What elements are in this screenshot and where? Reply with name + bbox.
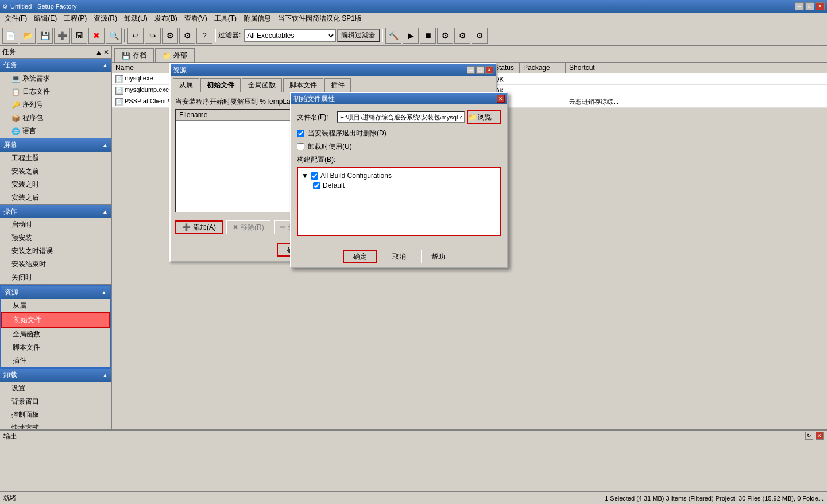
action-header[interactable]: 操作 ▲ (0, 205, 111, 218)
sidebar-item-shortcuts[interactable]: 快捷方式 (0, 421, 111, 429)
sidebar-item-init-files[interactable]: 初始文件 (1, 312, 110, 328)
props-ok-btn[interactable]: 确定 (343, 250, 377, 263)
redo-btn[interactable]: ↪ (145, 28, 161, 44)
tab-init-files[interactable]: 初始文件 (200, 78, 241, 92)
edit-filter-btn[interactable]: 编辑过滤器 (337, 29, 380, 42)
sidebar-item-language[interactable]: 🌐 语言 (0, 125, 111, 138)
settings4-btn[interactable]: ⚙ (472, 28, 488, 44)
settings-btn[interactable]: ⚙ (162, 28, 178, 44)
tab-archive[interactable]: 💾 存档 (114, 48, 154, 62)
tree-child-checkbox[interactable] (313, 182, 320, 189)
output-close-btn[interactable]: ✕ (816, 432, 824, 440)
resource-min-btn[interactable]: ─ (467, 66, 475, 74)
save-btn[interactable]: 💾 (37, 28, 53, 44)
screen-header[interactable]: 屏幕 ▲ (0, 138, 111, 152)
sidebar-item-preinstall[interactable]: 预安装 (0, 231, 111, 245)
delete-btn[interactable]: ✖ (88, 28, 105, 44)
menu-bar: 文件(F) 编辑(E) 工程(P) 资源(R) 卸载(U) 发布(B) 查看(V… (0, 13, 827, 25)
sidebar-item-uninstall-settings[interactable]: 设置 (0, 382, 111, 395)
control-panel-label: 控制面板 (11, 410, 39, 420)
sidebar-item-serial[interactable]: 🔑 序列号 (0, 98, 111, 111)
build-btn[interactable]: 🔨 (385, 28, 401, 44)
sidebar-item-plugins[interactable]: 插件 (1, 354, 110, 367)
tab-global-func[interactable]: 全局函数 (242, 78, 282, 92)
uninstall-header[interactable]: 卸载 ▲ (0, 369, 111, 382)
action-arrow: ▲ (102, 208, 108, 215)
menu-version[interactable]: 当下软件园简洁汉化 SP1版 (275, 13, 365, 25)
props-cancel-btn[interactable]: 取消 (382, 250, 416, 263)
sidebar-item-depends[interactable]: 从属 (1, 299, 110, 312)
sidebar-scroll-down[interactable]: ✕ (103, 48, 109, 56)
sidebar-item-install-error[interactable]: 安装之时错误 (0, 245, 111, 258)
help-btn[interactable]: ? (196, 28, 212, 44)
maximize-btn[interactable]: □ (805, 2, 814, 10)
resource-header[interactable]: 资源 ▲ (1, 286, 110, 299)
save2-btn[interactable]: 🖫 (71, 28, 87, 44)
tree-root-item[interactable]: ▼ All Build Configurations (302, 172, 497, 180)
tab-plugins[interactable]: 插件 (324, 78, 351, 92)
sidebar-scroll-up[interactable]: ▲ (95, 48, 102, 56)
run-btn[interactable]: ▶ (403, 28, 419, 44)
sidebar-item-theme[interactable]: 工程主题 (0, 152, 111, 165)
sidebar-item-sysreq[interactable]: 💻 系统需求 (0, 72, 111, 85)
menu-project[interactable]: 工程(P) (60, 13, 90, 25)
filter-select[interactable]: All Executables All Files (244, 29, 336, 42)
tree-child-item[interactable]: Default (313, 181, 497, 189)
menu-appendix[interactable]: 附属信息 (240, 13, 275, 25)
tree-root-checkbox[interactable] (311, 172, 318, 180)
sidebar-item-global-func[interactable]: 全局函数 (1, 328, 110, 341)
search-btn[interactable]: 🔍 (106, 28, 122, 44)
sidebar-item-install-done[interactable]: 安装结束时 (0, 258, 111, 271)
logfile-label: 日志文件 (22, 87, 50, 96)
new-btn[interactable]: 📄 (2, 28, 18, 44)
menu-view[interactable]: 查看(V) (181, 13, 211, 25)
tab-depends[interactable]: 从属 (173, 78, 199, 92)
sidebar-item-package[interactable]: 📦 程序包 (0, 111, 111, 125)
menu-tools[interactable]: 工具(T) (211, 13, 240, 25)
add-label: 添加(A) (193, 223, 216, 232)
sidebar-item-background[interactable]: 背景窗口 (0, 395, 111, 408)
sidebar-item-close[interactable]: 关闭时 (0, 271, 111, 284)
sidebar-item-scripts[interactable]: 脚本文件 (1, 341, 110, 354)
browse-btn[interactable]: 📁 浏览 (467, 110, 501, 124)
output-refresh-btn[interactable]: ↻ (805, 432, 813, 440)
edit-icon: ✏ (280, 223, 286, 231)
minimize-btn[interactable]: ─ (795, 2, 804, 10)
menu-file[interactable]: 文件(F) (1, 13, 30, 25)
props-help-btn[interactable]: 帮助 (421, 250, 455, 263)
row1-shortcut (566, 78, 646, 80)
filename-input[interactable] (337, 111, 465, 123)
remove-file-btn[interactable]: ✖ 移除(R) (226, 220, 270, 234)
stop-btn[interactable]: ⏹ (420, 28, 436, 44)
undo-btn[interactable]: ↩ (127, 28, 144, 44)
sidebar-item-before[interactable]: 安装之前 (0, 165, 111, 178)
tab-scripts[interactable]: 脚本文件 (283, 78, 323, 92)
menu-uninstall[interactable]: 卸载(U) (121, 13, 151, 25)
sidebar-item-during[interactable]: 安装之时 (0, 178, 111, 191)
sidebar-item-control-panel[interactable]: 控制面板 (0, 408, 111, 421)
open-btn[interactable]: 📂 (20, 28, 36, 44)
menu-resource[interactable]: 资源(R) (90, 13, 121, 25)
menu-publish[interactable]: 发布(B) (151, 13, 181, 25)
add-btn[interactable]: ➕ (54, 28, 70, 44)
add-file-btn[interactable]: ➕ 添加(A) (175, 220, 223, 234)
sidebar-item-logfile[interactable]: 📋 日志文件 (0, 85, 111, 98)
delete-checkbox[interactable] (297, 130, 304, 137)
sidebar-item-after[interactable]: 安装之后 (0, 191, 111, 204)
action-header-label: 操作 (3, 207, 17, 216)
task-header[interactable]: 任务 ▲ (0, 59, 111, 72)
resource-restore-btn[interactable]: □ (476, 66, 484, 74)
uninstall-checkbox[interactable] (297, 143, 304, 150)
tab-archive-label: 存档 (133, 51, 146, 60)
resource-close-btn[interactable]: ✕ (485, 66, 493, 74)
settings2-btn[interactable]: ⚙ (179, 28, 195, 44)
settings3-btn[interactable]: ⚙ (454, 28, 470, 44)
sidebar-item-startup[interactable]: 启动时 (0, 218, 111, 231)
gear-btn[interactable]: ⚙ (437, 28, 453, 44)
action-section: 操作 ▲ 启动时 预安装 安装之时错误 安装结束时 关闭时 (0, 205, 111, 285)
tab-external[interactable]: 📁 外部 (155, 48, 195, 62)
props-close-btn[interactable]: ✕ (497, 95, 505, 103)
close-btn[interactable]: ✕ (816, 2, 825, 10)
archive-icon: 💾 (122, 52, 130, 60)
menu-edit[interactable]: 编辑(E) (30, 13, 60, 25)
